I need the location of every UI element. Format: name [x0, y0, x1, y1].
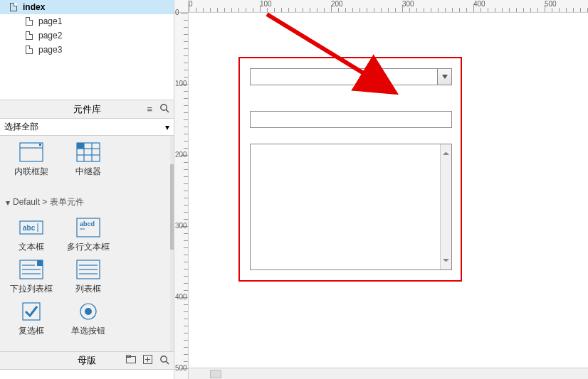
- widget-radio[interactable]: 单选按钮: [60, 301, 117, 337]
- svg-text:abcd: abcd: [80, 220, 95, 228]
- svg-rect-26: [23, 303, 40, 320]
- page-label: index: [23, 2, 45, 12]
- search-icon[interactable]: [159, 355, 169, 367]
- design-canvas[interactable]: [189, 13, 588, 379]
- textbox-icon: abc: [19, 217, 44, 238]
- library-panel: 元件库 ≡ 选择全部 ▾ 内联框架中继器 ▾ Default > 表单元件: [0, 100, 174, 370]
- pages-panel: indexpage1page2page3: [0, 0, 174, 57]
- svg-point-28: [85, 308, 92, 315]
- widget-label: 复选框: [19, 325, 44, 337]
- repeater-icon: [75, 142, 101, 163]
- widget-textbox[interactable]: abc文本框: [3, 217, 60, 253]
- page-item-index[interactable]: index: [0, 0, 174, 14]
- page-label: page3: [38, 45, 62, 55]
- library-header: 元件库 ≡: [0, 100, 174, 119]
- widget-checkbox[interactable]: 复选框: [3, 301, 60, 337]
- widget-category-label[interactable]: ▾ Default > 表单元件: [0, 192, 174, 211]
- textarea-widget[interactable]: [250, 144, 452, 270]
- widget-inline-frame[interactable]: 内联框架: [3, 142, 60, 178]
- horizontal-ruler: 0100200300400500: [189, 0, 588, 13]
- dropdown-arrow-icon[interactable]: [437, 69, 451, 85]
- library-select-label: 选择全部: [4, 121, 38, 133]
- svg-line-35: [166, 361, 169, 364]
- widget-label: 单选按钮: [71, 325, 105, 337]
- listbox-icon: [75, 259, 101, 280]
- page-icon: [26, 46, 33, 54]
- widget-label: 内联框架: [14, 166, 48, 178]
- page-label: page2: [38, 31, 62, 41]
- library-title: 元件库: [73, 103, 101, 116]
- widget-textarea[interactable]: abcd多行文本框: [60, 217, 117, 253]
- checkbox-icon: [19, 301, 44, 322]
- page-icon: [10, 3, 17, 11]
- textfield-widget[interactable]: [250, 111, 452, 128]
- widget-droplist[interactable]: 下拉列表框: [3, 259, 60, 295]
- svg-point-34: [161, 356, 167, 361]
- svg-point-0: [161, 105, 167, 110]
- masters-title: 母版: [78, 354, 96, 367]
- widget-label: 中继器: [75, 166, 101, 178]
- textarea-scrollbar[interactable]: [440, 144, 451, 269]
- add-master-icon[interactable]: [143, 355, 152, 367]
- page-label: page1: [38, 16, 62, 26]
- canvas-area[interactable]: 0100200300400500 0100200300400500: [174, 0, 588, 379]
- svg-text:abc: abc: [23, 224, 36, 232]
- widget-label: 文本框: [19, 241, 44, 253]
- page-icon: [26, 17, 33, 26]
- search-icon[interactable]: [159, 103, 169, 115]
- widget-label: 列表框: [75, 283, 101, 295]
- vertical-ruler: 0100200300400500: [174, 13, 189, 379]
- page-icon: [26, 31, 33, 40]
- widget-listbox[interactable]: 列表框: [60, 259, 117, 295]
- widget-repeater[interactable]: 中继器: [60, 142, 117, 178]
- category-text: Default > 表单元件: [13, 196, 84, 208]
- add-folder-icon[interactable]: [126, 355, 136, 367]
- caret-icon: ▾: [6, 198, 10, 208]
- radio-icon: [75, 301, 101, 322]
- textarea-icon: abcd: [75, 217, 101, 238]
- dropdown-widget[interactable]: [250, 68, 452, 85]
- horizontal-scrollbar[interactable]: [189, 368, 588, 379]
- masters-header: 母版: [0, 351, 174, 370]
- widget-label: 多行文本框: [67, 241, 110, 253]
- chevron-down-icon: ▾: [165, 122, 169, 132]
- menu-icon[interactable]: ≡: [147, 104, 152, 114]
- page-item-page1[interactable]: page1: [0, 14, 174, 28]
- droplist-icon: [19, 259, 44, 280]
- page-item-page3[interactable]: page3: [0, 43, 174, 57]
- inline-frame-icon: [19, 142, 44, 163]
- library-select-row[interactable]: 选择全部 ▾: [0, 119, 174, 136]
- page-item-page2[interactable]: page2: [0, 28, 174, 43]
- svg-line-1: [166, 110, 169, 112]
- widget-label: 下拉列表框: [10, 283, 53, 295]
- svg-rect-4: [39, 144, 41, 146]
- svg-rect-18: [37, 260, 43, 266]
- svg-rect-10: [77, 143, 84, 149]
